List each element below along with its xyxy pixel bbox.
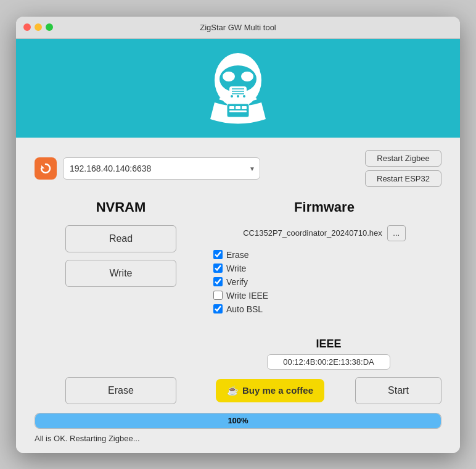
verify-label: Verify <box>226 277 248 287</box>
svg-rect-15 <box>229 110 247 112</box>
write-ieee-label: Write IEEE <box>226 291 268 301</box>
ieee-section: IEEE <box>216 338 441 370</box>
ip-select-wrapper: 192.168.40.140:6638 ▼ <box>63 157 260 180</box>
checkbox-verify[interactable]: Verify <box>213 277 441 287</box>
restart-zigbee-button[interactable]: Restart Zigbee <box>365 150 441 167</box>
nvram-write-button[interactable]: Write <box>65 260 176 287</box>
main-columns: NVRAM Read Write Firmware CC1352P7_coord… <box>35 199 441 323</box>
svg-point-8 <box>231 95 233 98</box>
browse-button[interactable]: ... <box>387 225 406 241</box>
window-controls <box>23 23 53 31</box>
svg-rect-14 <box>242 106 247 109</box>
firmware-filename: CC1352P7_coordinator_20240710.hex <box>243 228 382 238</box>
svg-rect-12 <box>229 106 234 109</box>
write-label: Write <box>226 264 246 273</box>
header-banner <box>16 39 460 138</box>
nvram-erase-button[interactable]: Erase <box>65 377 176 404</box>
svg-point-2 <box>223 72 235 81</box>
nvram-read-button[interactable]: Read <box>65 225 176 252</box>
progress-section: 100% <box>35 413 441 429</box>
coffee-start-row: ☕ Buy me a coffee Start <box>216 377 441 404</box>
checkbox-auto-bsl[interactable]: Auto BSL <box>213 304 441 314</box>
coffee-label: Buy me a coffee <box>242 385 313 396</box>
maximize-btn[interactable] <box>46 23 53 31</box>
nvram-header: NVRAM <box>35 199 207 215</box>
progress-bar-inner: 100% <box>35 413 441 428</box>
ieee-start-section: IEEE ☕ Buy me a coffee Start <box>216 328 441 404</box>
auto-bsl-checkbox[interactable] <box>213 304 223 313</box>
write-ieee-checkbox[interactable] <box>213 291 223 300</box>
checkbox-write-ieee[interactable]: Write IEEE <box>213 291 441 301</box>
restart-buttons: Restart Zigbee Restart ESP32 <box>365 150 441 187</box>
close-btn[interactable] <box>23 23 31 31</box>
verify-checkbox[interactable] <box>213 277 223 286</box>
minimize-btn[interactable] <box>35 23 42 31</box>
svg-point-9 <box>237 95 239 98</box>
window-title: ZigStar GW Multi tool <box>200 23 276 32</box>
erase-checkbox[interactable] <box>213 250 223 259</box>
firmware-checkboxes: Erase Write Verify Write IEEE <box>207 250 441 314</box>
titlebar: ZigStar GW Multi tool <box>16 17 460 39</box>
status-text: All is OK. Restarting Zigbee... <box>35 434 441 443</box>
checkbox-write[interactable]: Write <box>213 264 441 273</box>
progress-label: 100% <box>228 416 248 425</box>
svg-rect-13 <box>236 106 240 109</box>
erase-label: Erase <box>226 250 249 260</box>
nvram-section: NVRAM Read Write <box>35 199 207 323</box>
firmware-header: Firmware <box>207 199 441 215</box>
restart-esp32-button[interactable]: Restart ESP32 <box>365 170 441 187</box>
connection-row: 192.168.40.140:6638 ▼ Restart Zigbee Res… <box>35 150 441 187</box>
write-checkbox[interactable] <box>213 264 223 273</box>
checkbox-erase[interactable]: Erase <box>213 250 441 260</box>
progress-bar-outer: 100% <box>35 413 441 429</box>
refresh-icon <box>39 162 52 175</box>
ieee-label: IEEE <box>316 338 341 351</box>
erase-section: Erase <box>35 377 207 404</box>
vader-logo <box>201 48 275 128</box>
coffee-icon: ☕ <box>227 385 239 396</box>
ieee-input[interactable] <box>267 354 390 370</box>
svg-marker-16 <box>41 165 44 168</box>
content-area: 192.168.40.140:6638 ▼ Restart Zigbee Res… <box>16 138 460 453</box>
nvram-buttons: Read Write <box>35 225 207 287</box>
start-button[interactable]: Start <box>355 377 441 404</box>
ip-select[interactable]: 192.168.40.140:6638 <box>63 157 260 180</box>
main-window: ZigStar GW Multi tool <box>16 17 460 453</box>
auto-bsl-label: Auto BSL <box>226 304 263 314</box>
svg-point-10 <box>243 95 245 98</box>
firmware-section: Firmware CC1352P7_coordinator_20240710.h… <box>207 199 441 323</box>
coffee-button[interactable]: ☕ Buy me a coffee <box>216 379 324 402</box>
refresh-button[interactable] <box>35 157 57 180</box>
svg-point-3 <box>241 72 253 81</box>
firmware-file-row: CC1352P7_coordinator_20240710.hex ... <box>207 225 441 241</box>
